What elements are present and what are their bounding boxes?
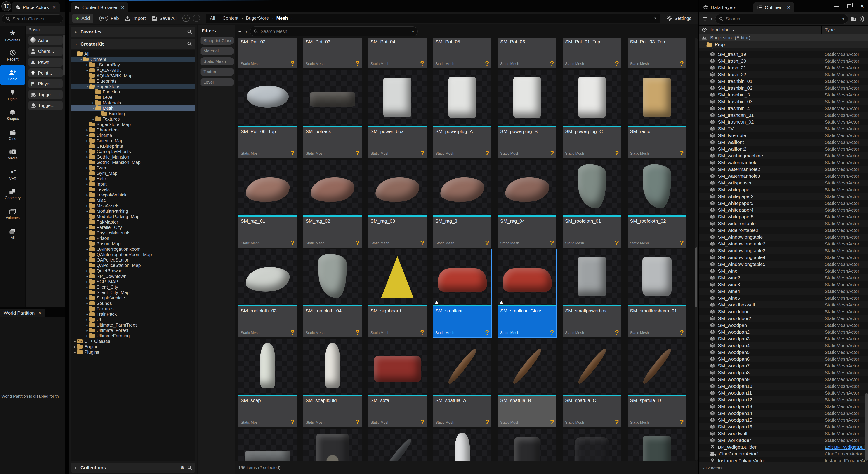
asset-tile-sm_spatula_a[interactable]: SM_spatula_AStatic Mesh? (433, 339, 491, 427)
chevron-right-icon[interactable]: ▸ (85, 68, 89, 72)
tree-item-mesh[interactable]: ▾Mesh (71, 105, 195, 111)
outliner-row-sm_woodpan5[interactable]: SM_woodpan5StaticMeshActor (700, 349, 868, 356)
outliner-row-sm_woodwall[interactable]: SM_woodwallStaticMeshActor (700, 430, 868, 437)
tree-item-plugins[interactable]: ▸Plugins (71, 349, 195, 355)
outliner-row-sm_woodpan3[interactable]: SM_woodpan3StaticMeshActor (700, 335, 868, 342)
outliner-row-sm_whitepaper3[interactable]: SM_whitepaper3StaticMeshActor (700, 200, 868, 207)
chevron-right-icon[interactable]: ▸ (85, 226, 89, 229)
tree-item-prison_map[interactable]: Prison_Map (71, 241, 195, 246)
breadcrumb-item-content[interactable]: Content (223, 15, 239, 21)
outliner-row-prop[interactable]: Prop (700, 41, 868, 48)
asset-tile-sm_rag_03[interactable]: SM_rag_03Static Mesh? (368, 160, 427, 247)
outliner-row-sm_woodpan7[interactable]: SM_woodpan7StaticMeshActor (700, 363, 868, 369)
tree-item-physicsmaterials[interactable]: PhysicsMaterials (71, 230, 195, 236)
chevron-right-icon[interactable]: ▸ (85, 209, 89, 213)
asset-tile-sm_pot_06_top[interactable]: SM_Pot_06_TopStatic Mesh? (239, 70, 297, 158)
restore-button[interactable] (847, 4, 851, 8)
tree-item-gothic_mansion[interactable]: ▸Gothic_Mansion (71, 154, 195, 160)
chevron-right-icon[interactable]: ▸ (85, 166, 89, 170)
tab-place-actors[interactable]: Place Actors ✕ (12, 2, 60, 12)
asset-tile-sm_pot_04[interactable]: SM_Pot_04Static Mesh? (368, 38, 427, 68)
category-shapes[interactable]: Shapes (0, 105, 25, 125)
tree-item-rp_downtown[interactable]: ▸RP_Downtown (71, 273, 195, 279)
tree-item-miscassets[interactable]: ▸MiscAssets (71, 203, 195, 208)
tree-item-_solarabay[interactable]: ▸_SolaraBay (71, 62, 195, 68)
asset-tile-sm_soapliquid[interactable]: SM_soapliquidStatic Mesh? (303, 339, 362, 427)
tab-world-partition[interactable]: World Partition ✕ (0, 309, 45, 317)
grid-scrollbar-track[interactable] (695, 38, 698, 461)
placeable-item-chara[interactable]: Chara...⣿ (29, 47, 63, 56)
search-dropdown-icon[interactable]: ▾ (842, 17, 844, 21)
outliner-row-sm_woodpan2[interactable]: SM_woodpan2StaticMeshActor (700, 329, 868, 335)
category-lights[interactable]: Lights (0, 85, 25, 105)
close-icon[interactable]: ✕ (38, 310, 41, 316)
tree-item-qapolicestation_map[interactable]: QAPoliceStation_Map (71, 263, 195, 268)
outliner-row-sm_trash_21[interactable]: SM_trash_21StaticMeshActor (700, 64, 868, 71)
tree-item-ultimate_forest[interactable]: ▸Ultimate_Forest (71, 328, 195, 333)
chevron-right-icon[interactable]: ▸ (73, 345, 77, 348)
chevron-right-icon[interactable]: ▸ (85, 296, 89, 300)
window-close-button[interactable]: ✕ (860, 3, 864, 9)
tab-outliner[interactable]: Outliner ✕ (753, 2, 794, 12)
tree-item-scp_map[interactable]: ▸SCP_MAP (71, 279, 195, 284)
tree-item-quietbrowser[interactable]: ▸QuietBrowser (71, 268, 195, 273)
asset-tile-sm_radio[interactable]: SM_radioStatic Mesh? (628, 70, 686, 158)
category-media[interactable]: Media (0, 145, 25, 165)
outliner-row-sm_whitepaper4[interactable]: SM_whitepaper4StaticMeshActor (700, 207, 868, 213)
tree-item-prison[interactable]: ▸Prison (71, 236, 195, 241)
asset-tile-sm_pot_05[interactable]: SM_Pot_05Static Mesh? (433, 38, 491, 68)
outliner-row-sm_wine[interactable]: SM_wineStaticMeshActor (700, 268, 868, 274)
tree-item-lowpolyvehicle[interactable]: ▸LowpolyVehicle (71, 192, 195, 198)
outliner-row-sm_woodpan[interactable]: SM_woodpanStaticMeshActor (700, 322, 868, 329)
chevron-right-icon[interactable]: ▸ (85, 182, 89, 186)
outliner-row-sm_trashbin_3[interactable]: SM_trashbin_3StaticMeshActor (700, 92, 868, 98)
asset-tile-sm_rag_01[interactable]: SM_rag_01Static Mesh? (239, 160, 297, 247)
unreal-logo-icon[interactable]: U (1, 1, 11, 11)
asset-tile[interactable] (368, 429, 427, 461)
chevron-right-icon[interactable]: ▸ (85, 150, 89, 153)
gear-icon[interactable] (860, 16, 865, 22)
tree-item-gym_map[interactable]: Gym_Map (71, 170, 195, 176)
placeable-item-actor[interactable]: Actor⣿ (29, 36, 63, 45)
asset-tile[interactable] (498, 429, 556, 461)
tree-item-characters[interactable]: ▸Characters (71, 127, 195, 133)
asset-tile[interactable] (303, 429, 362, 461)
outliner-row-sm_whitepaper[interactable]: SM_whitepaperStaticMeshActor (700, 186, 868, 193)
chevron-right-icon[interactable]: ▸ (85, 285, 89, 289)
placeable-item-trigge[interactable]: Trigge...⣿ (29, 90, 63, 99)
tree-item-silent_city[interactable]: ▸Silent_City (71, 284, 195, 290)
asset-tile-sm_roofcloth_03[interactable]: SM_roofcloth_03Static Mesh? (239, 249, 297, 337)
search-dropdown-icon[interactable]: ▾ (412, 29, 414, 34)
asset-tile-sm_rag_04[interactable]: SM_rag_04Static Mesh? (498, 160, 556, 247)
close-icon[interactable]: ✕ (787, 5, 791, 10)
asset-tile-sm_spatula_d[interactable]: SM_spatula_DStatic Mesh? (628, 339, 686, 427)
asset-tile-sm_sofa[interactable]: SM_sofaStatic Mesh? (368, 339, 427, 427)
outliner-row-sm_trashcan_02[interactable]: SM_trashcan_02StaticMeshActor (700, 118, 868, 125)
settings-button[interactable]: Settings (666, 15, 691, 21)
outliner-row-sm_tv[interactable]: SM_TVStaticMeshActor (700, 125, 868, 132)
outliner-row-sm_trash_22[interactable]: SM_trash_22StaticMeshActor (700, 71, 868, 78)
outliner-row-sm_windowlongtable2[interactable]: SM_windowlongtable2StaticMeshActor (700, 240, 868, 247)
category-cine[interactable]: Cine (0, 125, 25, 145)
chevron-right-icon[interactable]: ▸ (85, 323, 89, 327)
outliner-row-cinecameraactor1[interactable]: CineCameraActor1CineCameraActor (700, 450, 868, 457)
tree-item-c---classes[interactable]: ▸C++C++ Classes (71, 339, 195, 344)
tree-item-simplevehicle[interactable]: ▸SimpleVehicle (71, 295, 195, 301)
drag-handle-icon[interactable]: ⣿ (58, 50, 61, 53)
tree-item-engine[interactable]: ▸Engine (71, 344, 195, 349)
tree-item-helix[interactable]: ▸Helix (71, 176, 195, 181)
chevron-down-icon[interactable]: ▾ (85, 85, 89, 88)
tree-item-bugerstore[interactable]: ▾BugerStore (71, 84, 195, 89)
outliner-row-sm_windowlongtable3[interactable]: SM_windowlongtable3StaticMeshActor (700, 247, 868, 254)
category-volumes[interactable]: Volumes (0, 204, 25, 224)
chevron-right-icon[interactable]: ▸ (85, 312, 89, 316)
asset-tile-sm_pot_03[interactable]: SM_Pot_03Static Mesh? (303, 38, 362, 68)
asset-tile[interactable] (433, 429, 491, 461)
asset-tile[interactable] (628, 429, 686, 461)
outliner-row-sm_whitepaper2[interactable]: SM_whitepaper2StaticMeshActor (700, 193, 868, 200)
tree-item-trainpack[interactable]: ▸TrainPack (71, 311, 195, 317)
drag-handle-icon[interactable]: ⣿ (58, 83, 61, 85)
add-button[interactable]: +Add (72, 14, 93, 23)
search-icon[interactable] (187, 29, 192, 34)
tree-item-cinema_map[interactable]: ▸Cinema_Map (71, 138, 195, 143)
